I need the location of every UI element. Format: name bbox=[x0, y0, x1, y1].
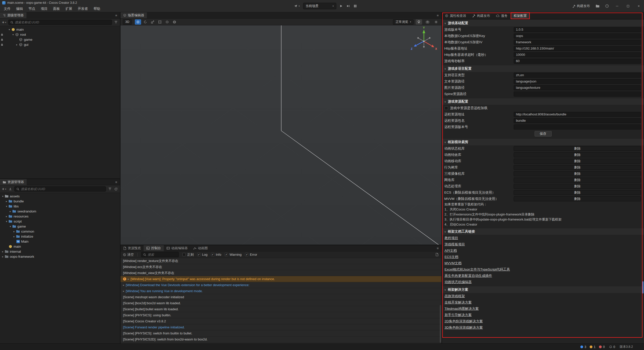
doc-link[interactable]: MVVM文档 bbox=[445, 260, 462, 266]
console-log-row[interactable]: ▸[Window] You are running Vue in develop… bbox=[120, 288, 441, 294]
delete-button[interactable]: 删除 bbox=[514, 178, 641, 183]
scene-panel-menu-icon[interactable]: ≡ bbox=[434, 12, 441, 18]
asset-node-libs[interactable]: ▾libs bbox=[0, 204, 120, 209]
console-log-row[interactable]: [Scene] [bullet]:bullet wasm lib loaded. bbox=[120, 306, 441, 312]
chevron-right-icon[interactable]: ▸ bbox=[12, 230, 16, 233]
chevron-down-icon[interactable]: ▾ bbox=[1, 195, 5, 198]
tab-inspector[interactable]: 属性检查器 bbox=[442, 12, 469, 19]
translate-tool-button[interactable] bbox=[135, 19, 141, 25]
console-scrollbar[interactable] bbox=[440, 305, 441, 343]
hierarchy-filter-icon[interactable] bbox=[114, 21, 118, 24]
hierarchy-node-gui[interactable]: ▸gui bbox=[0, 42, 120, 47]
assets-filter-icon[interactable] bbox=[108, 188, 112, 190]
field-input[interactable] bbox=[514, 112, 641, 117]
rotate-tool-button[interactable] bbox=[142, 19, 148, 25]
filter-warning[interactable]: ✓Warning bbox=[225, 253, 242, 256]
hierarchy-searchbox[interactable] bbox=[8, 20, 112, 25]
chevron-down-icon[interactable]: ▾ bbox=[5, 220, 8, 223]
tab-assets-preview[interactable]: 资源预览 bbox=[120, 245, 144, 251]
section-header[interactable]: ∨框架解决方案 bbox=[442, 286, 644, 293]
delete-button[interactable]: 删除 bbox=[514, 184, 641, 189]
scene-light-toggle[interactable] bbox=[416, 19, 422, 25]
asset-node-internal[interactable]: ▸internal bbox=[0, 249, 120, 254]
chevron-down-icon[interactable]: ▾ bbox=[8, 28, 11, 31]
lock-icon[interactable] bbox=[1, 38, 4, 41]
tab-service[interactable]: 服务 bbox=[493, 12, 511, 19]
chevron-right-icon[interactable]: ▸ bbox=[1, 255, 5, 258]
chevron-right-icon[interactable]: ▸ bbox=[15, 43, 19, 46]
expand-arrow-icon[interactable]: ▸ bbox=[128, 278, 129, 280]
chevron-right-icon[interactable]: ▸ bbox=[5, 200, 8, 203]
delete-button[interactable]: 删除 bbox=[514, 171, 641, 176]
doc-link[interactable]: 2D角色扮演游戏解决方案 bbox=[445, 318, 483, 324]
doc-link[interactable]: 动画状态机编辑器 bbox=[445, 279, 472, 285]
field-input[interactable] bbox=[514, 40, 641, 45]
pivot-tool-button[interactable] bbox=[164, 19, 170, 25]
console-export-icon[interactable] bbox=[435, 253, 439, 256]
menu-edit[interactable]: 编辑 bbox=[13, 6, 26, 12]
filter-log[interactable]: ✓Log bbox=[197, 253, 208, 256]
hierarchy-node-root[interactable]: ▾root bbox=[0, 32, 120, 37]
tab-scene-editor[interactable]: 场景编辑器 bbox=[120, 12, 147, 18]
delete-button[interactable]: 删除 bbox=[514, 159, 641, 164]
minimize-button[interactable] bbox=[614, 3, 620, 9]
expand-arrow-icon[interactable]: ▸ bbox=[123, 290, 124, 292]
notification-bell[interactable]: 0 bbox=[609, 345, 615, 349]
asset-node-seedrandom[interactable]: ▸seedrandom bbox=[0, 209, 120, 214]
scene-camera-button[interactable] bbox=[424, 19, 431, 25]
step-button[interactable] bbox=[346, 5, 350, 8]
close-button[interactable]: × bbox=[635, 3, 642, 9]
section-header[interactable]: ∨游戏资源配置 bbox=[442, 98, 644, 105]
menu-node[interactable]: 节点 bbox=[26, 6, 38, 12]
rect-tool-button[interactable] bbox=[157, 19, 163, 25]
field-input[interactable] bbox=[514, 85, 641, 90]
chevron-down-icon[interactable]: ▾ bbox=[5, 205, 8, 208]
assets-panel-menu-icon[interactable]: ≡ bbox=[112, 179, 120, 185]
tab-framework-config[interactable]: 框架配置 bbox=[511, 12, 530, 19]
hierarchy-node-main[interactable]: ▾main bbox=[0, 27, 120, 32]
world-space-tool-button[interactable] bbox=[171, 19, 178, 25]
delete-button[interactable]: 删除 bbox=[514, 190, 641, 195]
doc-link[interactable]: 新手引导解决方案 bbox=[445, 312, 472, 318]
asset-node-initialize[interactable]: ▸initialize bbox=[0, 234, 120, 239]
delete-button[interactable]: 删除 bbox=[514, 196, 641, 201]
tab-assets[interactable]: 资源管理器 bbox=[0, 179, 27, 185]
mode-3d-button[interactable]: 3D bbox=[123, 19, 132, 25]
scene-viewport[interactable]: Y X Z bbox=[120, 25, 441, 245]
play-button[interactable] bbox=[339, 5, 343, 8]
status-counter-0[interactable]: 3 bbox=[580, 345, 586, 349]
save-button[interactable]: 保存 bbox=[535, 131, 552, 137]
build-publish-button[interactable]: 构建发布 bbox=[572, 4, 591, 8]
field-input[interactable] bbox=[514, 124, 641, 129]
console-log-row[interactable]: [Window] model_view文件夹不存在 bbox=[120, 270, 441, 276]
doc-link[interactable]: 战旗游戏框架 bbox=[445, 293, 465, 299]
console-clear-button[interactable]: 清空 bbox=[123, 252, 134, 257]
field-input[interactable] bbox=[514, 92, 641, 97]
doc-link[interactable]: 3D角色扮演游戏解决方案 bbox=[445, 324, 483, 331]
hierarchy-node-game[interactable]: game bbox=[0, 37, 120, 42]
assets-search-input[interactable] bbox=[21, 187, 104, 191]
field-input[interactable] bbox=[514, 46, 641, 51]
console-search-input[interactable] bbox=[148, 253, 177, 256]
asset-node-script[interactable]: ▾script bbox=[0, 219, 120, 224]
asset-node-oops-framework[interactable]: ▸oops-framework bbox=[0, 254, 120, 259]
asset-node-common[interactable]: ▸common bbox=[0, 229, 120, 234]
inspector-scrollbar[interactable] bbox=[642, 281, 643, 293]
asset-node-game[interactable]: ▾game bbox=[0, 224, 120, 229]
tab-animation-editor[interactable]: 动画编辑器 bbox=[164, 245, 190, 251]
console-log-row[interactable]: [Scene] [PHYSICS]: switch from builtin t… bbox=[120, 330, 441, 336]
console-searchbox[interactable] bbox=[141, 252, 179, 257]
field-input[interactable] bbox=[514, 33, 641, 38]
preview-target-button[interactable]: ▾ bbox=[293, 5, 301, 8]
console-log-row[interactable]: [Scene] Forward render pipeline initiali… bbox=[120, 324, 441, 330]
delete-button[interactable]: 删除 bbox=[514, 165, 641, 170]
menu-help[interactable]: 帮助 bbox=[91, 6, 103, 12]
layout-button[interactable] bbox=[353, 5, 357, 8]
checkbox[interactable] bbox=[445, 106, 448, 110]
doc-link[interactable]: 教程项目 bbox=[445, 235, 458, 241]
open-project-folder-button[interactable] bbox=[595, 5, 600, 8]
status-counter-1[interactable]: 1 bbox=[590, 345, 595, 349]
field-input[interactable] bbox=[514, 27, 641, 32]
doc-link[interactable]: Tiledmap地图解决方案 bbox=[445, 305, 479, 312]
field-input[interactable] bbox=[514, 118, 641, 123]
